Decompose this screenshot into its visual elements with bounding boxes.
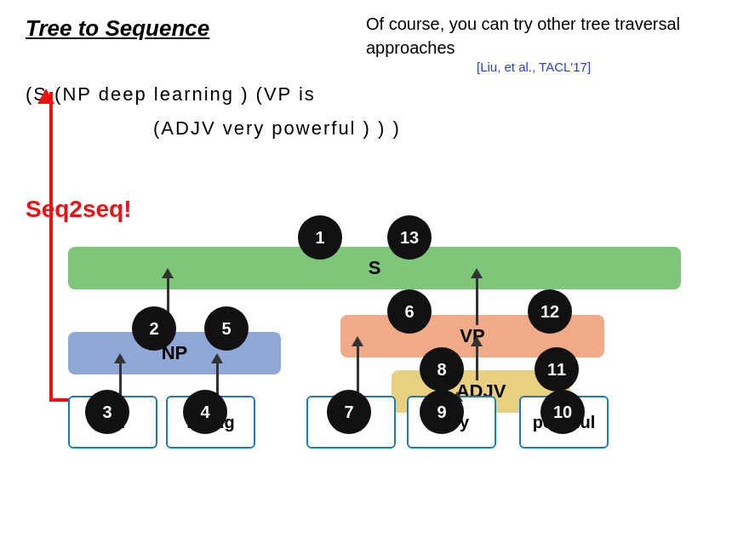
circle-6: 6 bbox=[387, 289, 432, 334]
bar-s: S bbox=[68, 247, 681, 289]
citation-text: [Liu, et al., TACL'17] bbox=[477, 60, 591, 74]
bar-np: NP bbox=[68, 332, 281, 374]
circle-2: 2 bbox=[132, 306, 176, 351]
circle-3: 3 bbox=[85, 390, 129, 434]
red-arrow-line bbox=[49, 92, 53, 398]
sequence-line-2: (ADJV very powerful ) ) ) bbox=[153, 117, 401, 140]
page-title: Tree to Sequence bbox=[26, 15, 209, 42]
circle-10: 10 bbox=[540, 390, 585, 434]
seq2seq-label: Seq2seq! bbox=[26, 196, 132, 223]
circle-1: 1 bbox=[298, 215, 342, 260]
circle-12: 12 bbox=[528, 289, 572, 334]
description-text: Of course, you can try other tree traver… bbox=[366, 12, 689, 60]
circle-5: 5 bbox=[204, 306, 249, 351]
circle-13: 13 bbox=[387, 215, 432, 260]
arrow-vp-s bbox=[471, 268, 483, 325]
circle-8: 8 bbox=[420, 347, 464, 391]
circle-4: 4 bbox=[183, 390, 227, 434]
circle-11: 11 bbox=[535, 347, 579, 391]
sequence-line-1: (S (NP deep learning ) (VP is bbox=[26, 83, 316, 106]
circle-7: 7 bbox=[327, 390, 371, 434]
circle-9: 9 bbox=[420, 390, 464, 434]
arrow-adjv-vp bbox=[471, 336, 483, 380]
